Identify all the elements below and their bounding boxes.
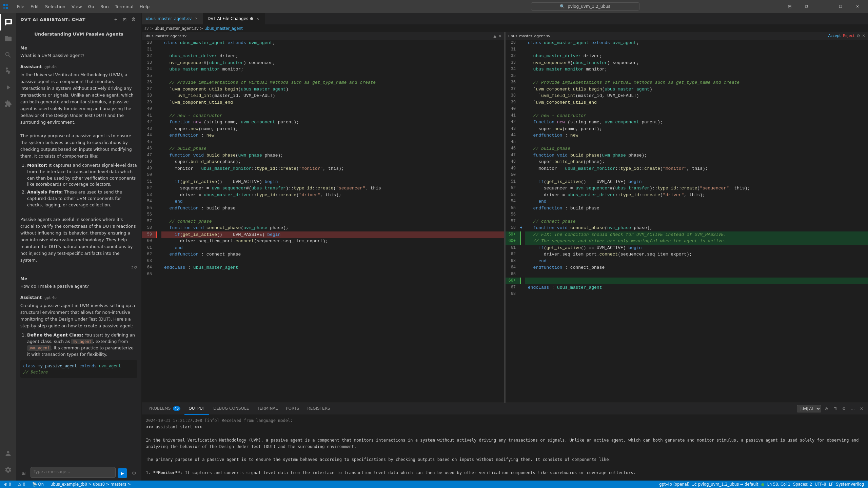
panel-clear-btn[interactable]: ⊗ [823,405,830,412]
tab-ubus-master-agent[interactable]: ubus_master_agent.sv ✕ [142,13,203,24]
menu-view[interactable]: View [69,3,85,11]
code-line-l40: 40 [142,106,504,113]
panel-tab-ports[interactable]: PORTS [282,403,303,415]
code-line-l28: 28 class ubus_master_agent extends uvm_a… [142,40,504,46]
menu-edit[interactable]: Edit [28,3,42,11]
left-editor-close-x[interactable]: ✕ [498,34,501,38]
chat-attach-button[interactable]: ⊞ [19,468,28,478]
msg-refresh-2[interactable]: ↻ [131,63,137,70]
chat-settings-button[interactable]: ⚙ [129,468,139,478]
menu-selection[interactable]: Selection [42,3,68,11]
status-eol[interactable]: LF [828,481,835,488]
status-right: gpt-4o (openai) ⎇ pvlog_uvm_1.2_ubus → d… [658,481,865,488]
split-icon[interactable]: ⧉ [799,1,814,12]
activity-bar [0,13,16,481]
tab-label-2: DVT AI File Changes [208,16,248,21]
breadcrumb-class[interactable]: ubus_master_agent [204,26,243,31]
chat-history-button[interactable]: ⏱ [130,16,137,23]
code-line-r28: 28 class ubus_master_agent extends uvm_a… [506,40,868,46]
output-source-select[interactable]: [dvt] AI [797,405,821,412]
code-line-l51: 51 if(get_is_active() == UVM_ACTIVE) beg… [142,179,504,185]
code-line-r45: 45 [506,139,868,146]
breadcrumb-file[interactable]: ubus_master_agent.sv > [155,26,203,31]
activity-search[interactable] [0,47,16,63]
right-reject-btn[interactable]: Reject [843,34,854,38]
chat-send-button[interactable]: ▶ [118,468,127,478]
msg-grid-3[interactable]: ⊞ [123,276,130,282]
activity-source-control[interactable] [0,63,16,79]
minimize-button[interactable]: — [816,1,831,12]
status-warnings[interactable]: ⚠ 0 [17,481,27,488]
menu-file[interactable]: File [14,3,27,11]
msg-delete-1[interactable]: 🗑 [116,45,122,52]
activity-run-debug[interactable] [0,79,16,96]
panel-settings-btn[interactable]: ⚙ [840,405,848,412]
right-code-editor[interactable]: 28 class ubus_master_agent extends uvm_a… [506,40,868,403]
activity-explorer[interactable] [0,30,16,47]
panel-tab-output[interactable]: OUTPUT [184,403,209,415]
chat-layout-button[interactable]: ⊡ [121,16,129,23]
code-line-l43: 43 super.new(name, parent); [142,126,504,133]
panel-more-btn[interactable]: … [849,405,856,412]
pagination-2: 2/2 [20,266,137,270]
right-editor-title: ubus_master_agent.sv [508,34,550,38]
status-spaces[interactable]: Spaces: 2 [792,481,813,488]
msg-copy-1[interactable]: ⧉ [108,45,115,52]
code-line-l62: 62 endfunction : connect_phase [142,251,504,258]
right-accept-btn[interactable]: Accept [828,34,841,38]
msg-copy-3[interactable]: ⧉ [108,276,115,282]
status-sync-dot[interactable]: ● [760,481,766,488]
msg-delete-3[interactable]: 🗑 [116,276,122,282]
search-bar[interactable]: 🔍 pvlog_uvm_1.2_ubus [531,2,639,11]
code-line-l55: 55 endfunction : build_phase [142,205,504,212]
menu-go[interactable]: Go [85,3,97,11]
status-ai-model[interactable]: gpt-4o (openai) [658,481,691,488]
menu-terminal[interactable]: Terminal [112,3,136,11]
panel-tab-debug-console[interactable]: DEBUG CONSOLE [209,403,253,415]
left-editor-collapse[interactable]: ▲ [493,34,496,38]
new-chat-button[interactable]: + [112,16,120,23]
message-question-3: How do I make a passive agent? [20,284,137,289]
code-line-r63: 63 end [506,258,868,265]
maximize-button[interactable]: ☐ [833,1,848,12]
right-editor-settings[interactable]: ⚙ [856,34,860,38]
status-language[interactable]: SystemVerilog [835,481,865,488]
code-line-l63: 63 [142,258,504,265]
status-location[interactable]: ubus_example_tb0 > ubus0 > masters > [49,481,132,488]
status-branch[interactable]: ⎇ pvlog_uvm_1.2_ubus → default [691,481,760,488]
panel-filter-btn[interactable]: ⊞ [831,405,839,412]
activity-extensions[interactable] [0,96,16,112]
msg-edit-1[interactable]: ✏ [101,45,107,52]
panel-tab-registers[interactable]: REGISTERS [303,403,334,415]
status-encoding[interactable]: UTF-8 [813,481,828,488]
cursor-position-label: Ln 58, Col 1 [767,482,791,487]
msg-code-1[interactable]: </> [131,45,137,52]
code-line-l61: 61 end [142,245,504,251]
msg-refresh-4[interactable]: ↻ [131,294,137,301]
panel-close-btn[interactable]: ✕ [858,405,865,412]
message-model-2: gpt-4o [44,65,57,69]
message-block-1: Me ✏ ⧉ 🗑 ⊞ </> What is a UVM passive age… [20,45,137,58]
tab-dvt-ai-file-changes[interactable]: DVT AI File Changes ✕ [203,13,265,24]
tab-close-2[interactable]: ✕ [255,16,260,21]
msg-grid-1[interactable]: ⊞ [123,45,130,52]
left-code-editor[interactable]: 28 class ubus_master_agent extends uvm_a… [142,40,504,403]
msg-edit-3[interactable]: ✏ [101,276,107,282]
menu-help[interactable]: Help [137,3,153,11]
code-line-l39: 39 `uvm_component_utils_end [142,99,504,106]
panel-tab-problems[interactable]: PROBLEMS 40 [144,403,184,415]
status-broadcast[interactable]: 📡 On [31,481,45,488]
activity-accounts[interactable] [0,445,16,462]
right-editor-close-x[interactable]: ✕ [862,34,865,38]
menu-run[interactable]: Run [98,3,112,11]
close-button[interactable]: ✕ [850,1,865,12]
panel-tab-terminal[interactable]: TERMINAL [253,403,282,415]
layout-icon[interactable]: ⊟ [782,1,797,12]
activity-dvt-chat[interactable] [0,14,16,30]
msg-code-3[interactable]: </> [131,276,137,282]
chat-input[interactable] [31,467,116,478]
activity-settings[interactable] [0,462,16,478]
status-errors[interactable]: ⊗ 0 [3,481,13,488]
status-cursor-position[interactable]: Ln 58, Col 1 [766,481,792,488]
tab-close-1[interactable]: ✕ [194,16,199,21]
